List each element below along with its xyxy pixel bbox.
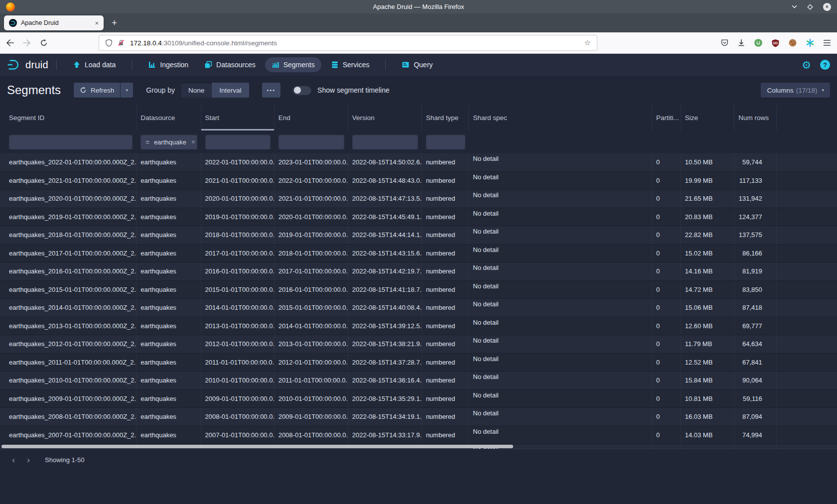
tracking-shield-icon[interactable] bbox=[105, 39, 113, 47]
table-row: earthquakes_2014-01-01T00:00:00.000Z_2..… bbox=[0, 299, 837, 317]
column-header-end[interactable]: End bbox=[275, 105, 348, 130]
cell-size: 15.84 MB bbox=[681, 372, 734, 389]
next-page-button[interactable]: › bbox=[21, 453, 36, 468]
filter-input-segment-id[interactable] bbox=[9, 134, 133, 149]
column-header-segment-id[interactable]: Segment ID bbox=[5, 105, 137, 130]
bookmark-star-icon[interactable]: ☆ bbox=[584, 38, 591, 47]
cell-start: 2008-01-01T00:00:00.0... bbox=[201, 408, 275, 426]
cell-segment-id: earthquakes_2010-01-01T00:00:00.000Z_2..… bbox=[5, 372, 137, 389]
filter-tag-value: earthquake bbox=[154, 138, 186, 146]
account-shield-icon[interactable] bbox=[720, 39, 729, 47]
table-header-row: Segment IDDatasourceStartEndVersionShard… bbox=[0, 105, 837, 130]
prev-page-button[interactable]: ‹ bbox=[6, 453, 21, 468]
help-icon[interactable]: ? bbox=[820, 60, 830, 70]
filter-cell-datasource: =earthquake× bbox=[137, 130, 201, 153]
segment-timeline-toggle[interactable] bbox=[292, 86, 311, 95]
cell-num-rows: 87,094 bbox=[734, 408, 777, 426]
nav-item-query[interactable]: Query bbox=[395, 57, 439, 72]
refresh-dropdown-button[interactable]: ▾ bbox=[120, 83, 133, 98]
cell-start: 2021-01-01T00:00:00.0... bbox=[201, 172, 275, 190]
refresh-button[interactable]: Refresh bbox=[74, 83, 120, 98]
close-window-icon[interactable]: × bbox=[823, 3, 831, 11]
extension-green-icon[interactable] bbox=[754, 38, 763, 47]
cell-filler bbox=[777, 390, 837, 408]
column-header-datasource[interactable]: Datasource bbox=[137, 105, 201, 130]
column-header-start[interactable]: Start bbox=[201, 105, 275, 130]
cell-shard-spec: No detail bbox=[469, 172, 652, 190]
asterisk-extension-icon[interactable] bbox=[806, 38, 815, 47]
query-icon bbox=[402, 61, 410, 69]
cell-num-rows: 90,064 bbox=[734, 372, 777, 389]
druid-nav-bar: druid Load data Ingestion Datasources Se… bbox=[0, 54, 837, 76]
cell-size: 11.79 MB bbox=[681, 335, 734, 353]
columns-button[interactable]: Columns (17/18) ▾ bbox=[761, 83, 830, 98]
column-header-num-rows[interactable]: Num rows bbox=[734, 105, 777, 130]
table-row: earthquakes_2011-01-01T00:00:00.000Z_2..… bbox=[0, 354, 837, 372]
cell-size: 21.65 MB bbox=[681, 190, 734, 208]
cell-datasource: earthquakes bbox=[137, 390, 201, 408]
cell-shard-type: numbered bbox=[422, 390, 469, 408]
cell-datasource: earthquakes bbox=[137, 408, 201, 426]
cell-shard-spec: No detail bbox=[469, 408, 652, 426]
cell-partitions: 0 bbox=[652, 299, 681, 317]
cell-partitions: 0 bbox=[652, 208, 681, 226]
forward-button[interactable] bbox=[23, 39, 31, 46]
menu-hamburger-icon[interactable] bbox=[823, 39, 831, 46]
insecure-lock-icon[interactable] bbox=[117, 39, 125, 47]
filter-input-end[interactable] bbox=[279, 134, 344, 149]
cell-filler bbox=[777, 426, 837, 444]
maximize-icon[interactable] bbox=[807, 4, 813, 10]
nav-item-load-data[interactable]: Load data bbox=[66, 57, 122, 72]
cell-filler bbox=[777, 335, 837, 353]
window-title: Apache Druid — Mozilla Firefox bbox=[0, 3, 837, 10]
filter-tag-remove-icon[interactable]: × bbox=[191, 138, 195, 146]
settings-gear-icon[interactable]: ⚙ bbox=[802, 60, 811, 70]
showing-range-label: Showing 1-50 bbox=[45, 453, 85, 468]
scrollbar-thumb[interactable] bbox=[1, 445, 513, 448]
new-tab-button[interactable]: + bbox=[112, 17, 117, 28]
table-row: earthquakes_2019-01-01T00:00:00.000Z_2..… bbox=[0, 208, 837, 227]
url-bar[interactable]: 172.18.0.4:30109/unified-console.html#se… bbox=[99, 35, 597, 51]
downloads-icon[interactable] bbox=[737, 39, 745, 47]
back-button[interactable] bbox=[6, 39, 14, 46]
cell-shard-spec: No detail bbox=[469, 190, 652, 208]
cell-size: 14.03 MB bbox=[681, 426, 734, 444]
nav-item-datasources[interactable]: Datasources bbox=[198, 57, 262, 72]
filter-input-datasource[interactable]: =earthquake× bbox=[140, 134, 197, 149]
cell-datasource: earthquakes bbox=[137, 226, 201, 244]
cell-shard-spec: No detail bbox=[469, 299, 652, 317]
horizontal-scrollbar[interactable] bbox=[0, 445, 837, 449]
cell-shard-type: numbered bbox=[422, 281, 469, 299]
window-menu-chevron-icon[interactable] bbox=[792, 5, 797, 8]
filter-input-start[interactable] bbox=[205, 134, 271, 149]
filter-input-shard-type[interactable] bbox=[426, 134, 465, 149]
column-header-shard-type[interactable]: Shard type bbox=[422, 105, 469, 130]
nav-item-services[interactable]: Services bbox=[324, 57, 376, 72]
cell-filler bbox=[777, 245, 837, 262]
column-header-size[interactable]: Size bbox=[681, 105, 734, 130]
cell-shard-type: numbered bbox=[422, 299, 469, 317]
cell-size: 10.81 MB bbox=[681, 390, 734, 408]
nav-item-ingestion[interactable]: Ingestion bbox=[141, 57, 195, 72]
more-options-button[interactable]: ••• bbox=[262, 83, 281, 98]
cell-datasource: earthquakes bbox=[137, 172, 201, 190]
nav-item-segments[interactable]: Segments bbox=[265, 57, 321, 72]
filter-input-version[interactable] bbox=[352, 134, 418, 149]
ublock-origin-icon[interactable]: UO bbox=[771, 39, 780, 47]
column-header-filler bbox=[777, 105, 837, 130]
cell-start: 2009-01-01T00:00:00.0... bbox=[201, 390, 275, 408]
cell-segment-id: earthquakes_2012-01-01T00:00:00.000Z_2..… bbox=[5, 335, 137, 353]
column-header-partitions[interactable]: Partiti... bbox=[652, 105, 681, 130]
group-by-none-button[interactable]: None bbox=[181, 83, 212, 98]
reload-button[interactable] bbox=[40, 39, 48, 47]
cell-shard-type: numbered bbox=[422, 354, 469, 372]
tab-apache-druid[interactable]: Apache Druid × bbox=[4, 15, 104, 30]
tab-close-icon[interactable]: × bbox=[95, 19, 99, 27]
group-by-interval-button[interactable]: Interval bbox=[212, 83, 249, 98]
cell-partitions: 0 bbox=[652, 390, 681, 408]
druid-brand[interactable]: druid bbox=[7, 59, 48, 71]
filter-cell-start bbox=[201, 130, 275, 153]
column-header-version[interactable]: Version bbox=[348, 105, 422, 130]
column-header-shard-spec[interactable]: Shard spec bbox=[469, 105, 652, 130]
cookie-extension-icon[interactable] bbox=[788, 38, 797, 47]
